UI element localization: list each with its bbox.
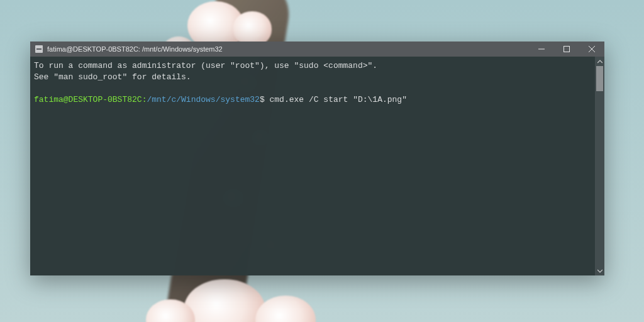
scroll-thumb[interactable] <box>596 66 603 91</box>
scroll-up-button[interactable] <box>595 57 604 66</box>
scroll-track[interactable] <box>595 66 604 266</box>
svg-rect-1 <box>564 47 570 52</box>
vertical-scrollbar[interactable] <box>595 57 604 275</box>
scroll-down-button[interactable] <box>595 266 604 275</box>
minimize-button[interactable] <box>529 42 554 57</box>
maximize-button[interactable] <box>554 42 579 57</box>
terminal-prompt-line: fatima@DESKTOP-0BST82C:/mnt/c/Windows/sy… <box>34 94 599 106</box>
wallpaper-flower <box>255 296 316 322</box>
chevron-up-icon <box>597 59 602 64</box>
minimize-icon <box>538 46 545 52</box>
terminal-output-line: To run a command as administrator (user … <box>34 60 599 72</box>
terminal-window: fatima@DESKTOP-0BST82C: /mnt/c/Windows/s… <box>30 42 604 275</box>
terminal-output-line: See "man sudo_root" for details. <box>34 72 599 83</box>
desktop-background: fatima@DESKTOP-0BST82C: /mnt/c/Windows/s… <box>0 0 644 322</box>
terminal-blank-line <box>34 83 599 94</box>
command-text: cmd.exe /C start "D:\1A.png" <box>270 95 407 104</box>
maximize-icon <box>564 46 570 52</box>
prompt-path: /mnt/c/Windows/system32 <box>147 95 259 104</box>
prompt-symbol: $ <box>260 95 265 104</box>
prompt-space <box>265 95 270 104</box>
terminal-icon <box>35 45 43 53</box>
titlebar[interactable]: fatima@DESKTOP-0BST82C: /mnt/c/Windows/s… <box>30 42 604 57</box>
terminal-body[interactable]: To run a command as administrator (user … <box>30 57 604 275</box>
close-button[interactable] <box>579 42 604 57</box>
close-icon <box>589 46 595 52</box>
window-title: fatima@DESKTOP-0BST82C: /mnt/c/Windows/s… <box>47 45 223 53</box>
prompt-user-host: fatima@DESKTOP-0BST82C <box>34 95 142 104</box>
svg-rect-0 <box>538 49 545 50</box>
chevron-down-icon <box>597 269 602 274</box>
